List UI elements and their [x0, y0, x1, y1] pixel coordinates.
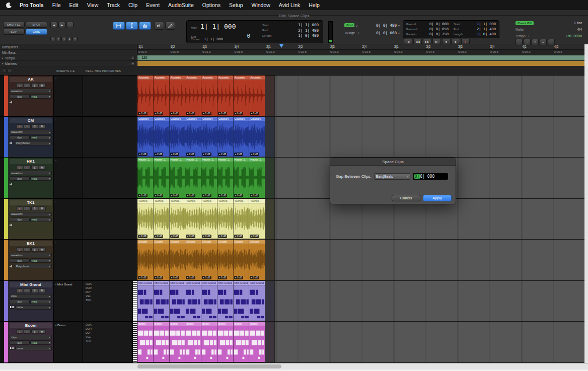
metronome-icon[interactable]: ♩	[516, 39, 523, 45]
rtp-qua[interactable]: QUA	[86, 323, 137, 327]
clip-house-1-1[interactable]: House_1+ 0 dB	[137, 158, 154, 198]
clip-electro-6[interactable]: Electro+ 0 dB	[217, 240, 234, 280]
min-secs-ruler[interactable]: 0:00.00:00.50:01.00:01.50:02.00:02.50:03…	[137, 50, 584, 55]
mode-slip-button[interactable]: SLIP	[3, 29, 25, 35]
solo-button[interactable]: S	[31, 83, 38, 88]
menu-item-view[interactable]: View	[87, 2, 99, 8]
input-monitor-button[interactable]: I	[24, 247, 31, 252]
automation-mode-selector[interactable]: read▾	[30, 300, 52, 304]
solo-button[interactable]: S	[31, 124, 38, 129]
default-note-selector[interactable]: none▾	[15, 346, 52, 350]
track-view-selector[interactable]: waveform▾	[10, 253, 52, 257]
clip-techno-5[interactable]: Techno+ 0 dB	[201, 199, 217, 239]
clip-boom-6[interactable]: Boom	[217, 322, 234, 362]
grid-value[interactable]: 0| 0| 480	[376, 23, 397, 28]
selection-end-value[interactable]: 2| 1| 480	[298, 28, 319, 33]
track-name[interactable]: TK1	[10, 200, 52, 205]
disclosure-icon[interactable]: ▸	[2, 62, 4, 65]
clip-boom-3[interactable]: Boom	[170, 322, 186, 362]
automation-mode-selector[interactable]: read▾	[30, 176, 52, 181]
clip-classic4-4[interactable]: Classic4+ 0 dB	[185, 117, 201, 157]
horizontal-zoom-in-button[interactable]: ▶	[58, 22, 65, 28]
clip-mini-grand-6[interactable]: Mini Grand	[217, 281, 234, 321]
selector-tool-button[interactable]	[126, 22, 138, 30]
automation-mode-selector[interactable]: read▾	[30, 340, 52, 345]
clip-boom-2[interactable]: Boom	[154, 322, 170, 362]
clip-acoustic-2[interactable]: Acoustic+ 0 dB	[154, 76, 170, 116]
insert-slot[interactable]: •	[55, 119, 81, 121]
count-off-icon[interactable]: ♪	[524, 39, 531, 45]
elastic-audio-selector[interactable]: Polyphonic▾	[15, 141, 52, 145]
markers-ruler-label-row[interactable]: ▸ Markers +	[0, 61, 137, 66]
tempo-ruler[interactable]: ♩120	[137, 55, 584, 61]
menu-item-help[interactable]: Help	[309, 2, 320, 8]
midi-merge-icon[interactable]: ≡	[532, 39, 539, 45]
clip-electro-7[interactable]: Electro+ 0 dB	[234, 240, 250, 280]
apple-menu-icon[interactable]	[6, 3, 12, 8]
menu-item-file[interactable]: File	[52, 2, 61, 8]
default-note-selector[interactable]: none▾	[15, 305, 52, 310]
rtp-dly[interactable]: DLY	[86, 331, 137, 335]
record-arm-button[interactable]: ●	[16, 206, 23, 211]
insert-slot[interactable]: •	[55, 160, 81, 162]
mode-grid-button[interactable]: GRID	[26, 29, 47, 35]
track-view-selector[interactable]: waveform▾	[10, 89, 52, 93]
clip-house-1-5[interactable]: House_1+ 0 dB	[201, 158, 217, 198]
mode-shuffle-button[interactable]: SHUFFLE	[3, 22, 25, 28]
bars-beats-ruler-label-row[interactable]: Bars|Beats	[0, 44, 137, 50]
track-name[interactable]: Mini Grand	[10, 282, 52, 287]
automation-dyn-button[interactable]: dyn	[10, 135, 30, 140]
tempo-event-marker[interactable]: ♩120	[138, 56, 147, 59]
nudge-value-row[interactable]: Nudge ♪ 0| 0| 060 ▾	[344, 30, 400, 36]
count-off-value[interactable]: 1 bar	[574, 21, 582, 25]
main-counter-value[interactable]: 1| 1| 000	[200, 23, 236, 30]
zoom-preset-5-button[interactable]: 5	[72, 37, 78, 41]
clip-techno-1[interactable]: Techno+ 0 dB	[137, 199, 154, 239]
mute-button[interactable]: M	[39, 329, 46, 334]
clip-mini-grand-1[interactable]: Mini Grand	[137, 281, 154, 321]
apply-button[interactable]: Apply	[423, 195, 452, 201]
clip-techno-3[interactable]: Techno+ 0 dB	[170, 199, 186, 239]
automation-mode-selector[interactable]: read▾	[30, 135, 52, 140]
mute-button[interactable]: M	[39, 206, 46, 211]
clip-electro-2[interactable]: Electro+ 0 dB	[154, 240, 170, 280]
markers-ruler[interactable]	[137, 61, 584, 66]
gap-unit-select[interactable]: Bars|Beats ▾	[374, 173, 410, 180]
solo-button[interactable]: S	[31, 288, 38, 293]
clip-classic4-2[interactable]: Classic4+ 0 dB	[154, 117, 170, 157]
track-view-selector[interactable]: waveform▾	[10, 171, 52, 175]
clip-electro-4[interactable]: Electro+ 0 dB	[185, 240, 201, 280]
grid-value-row[interactable]: Grid ♪ 0| 0| 480 ▾	[344, 22, 400, 28]
clip-acoustic-6[interactable]: Acoustic+ 0 dB	[217, 76, 234, 116]
horizontal-scrollbar[interactable]	[0, 363, 588, 369]
clip-electro-8[interactable]: Electro+ 0 dB	[249, 240, 265, 280]
midi-thru-icon[interactable]: ◦	[548, 39, 555, 45]
automation-dyn-button[interactable]: dyn	[10, 300, 30, 304]
input-monitor-button[interactable]: I	[24, 165, 31, 170]
clip-classic4-6[interactable]: Classic4+ 0 dB	[217, 117, 234, 157]
clip-house-1-4[interactable]: House_1+ 0 dB	[185, 158, 201, 198]
menu-item-audiosuite[interactable]: AudioSuite	[168, 2, 194, 8]
menu-item-edit[interactable]: Edit	[69, 2, 79, 8]
mute-button[interactable]: M	[39, 247, 46, 252]
clip-classic4-5[interactable]: Classic4+ 0 dB	[201, 117, 217, 157]
track-name[interactable]: EK1	[10, 241, 52, 246]
menu-item-setup[interactable]: Setup	[229, 2, 243, 8]
horizontal-zoom-out-button[interactable]: ◀	[50, 22, 57, 28]
cancel-button[interactable]: Cancel	[392, 195, 420, 201]
menu-item-clip[interactable]: Clip	[128, 2, 137, 8]
menu-item-avid-link[interactable]: Avid Link	[279, 2, 300, 8]
clip-acoustic-8[interactable]: Acoustic+ 0 dB	[249, 76, 265, 116]
clip-mini-grand-5[interactable]: Mini Grand	[201, 281, 217, 321]
insert-slot[interactable]: •	[55, 201, 81, 203]
automation-dyn-button[interactable]: dyn	[10, 94, 30, 99]
clip-boom-5[interactable]: Boom	[201, 322, 217, 362]
track-view-menu-icon[interactable]	[8, 68, 12, 73]
chevron-down-icon[interactable]: ▾	[398, 24, 400, 27]
input-monitor-button[interactable]: I	[24, 329, 31, 334]
clip-acoustic-4[interactable]: Acoustic+ 0 dB	[185, 76, 201, 116]
mute-button[interactable]: M	[39, 124, 46, 129]
track-list-menu-icon[interactable]	[2, 68, 7, 73]
add-tempo-button[interactable]: +	[131, 56, 135, 60]
tempo-ruler-toggle-icon[interactable]: ▸	[540, 39, 547, 45]
